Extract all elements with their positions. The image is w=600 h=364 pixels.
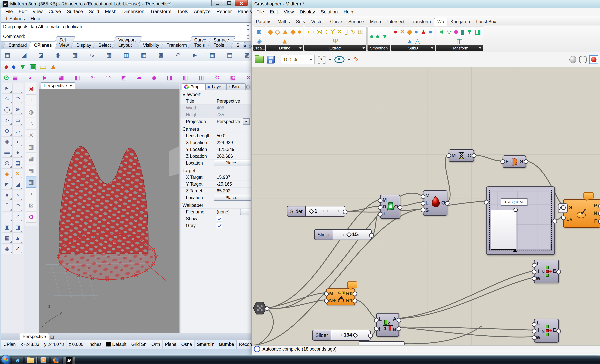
tab-viewport-layout[interactable]: Viewport Layout (112, 36, 142, 49)
maximize-button[interactable] (223, 0, 235, 6)
command-scrollbar[interactable] (245, 23, 251, 32)
tool-select[interactable]: ► (2, 83, 12, 93)
wire-cylinder-icon[interactable] (579, 56, 587, 63)
transform-icon-1[interactable]: ◄ (438, 28, 445, 36)
eval-in-s[interactable] (561, 205, 566, 210)
tool-detail[interactable]: ◨ (12, 222, 23, 233)
subd-icon-6[interactable]: ● (429, 28, 433, 36)
command-history[interactable]: Drag objects, tap Alt to make a duplicat… (1, 23, 251, 32)
menu-surface[interactable]: Surface (64, 9, 86, 14)
preview-dropdown[interactable] (348, 59, 350, 62)
render-red-icon[interactable]: ● (4, 62, 9, 71)
split-in-m[interactable] (324, 291, 329, 296)
define-icon-2[interactable]: ◇ (275, 28, 280, 36)
gear-icon[interactable]: ⚙ (26, 211, 37, 223)
open-file-icon[interactable] (255, 56, 264, 63)
node-split[interactable]: M N+ R0 R1 (326, 288, 355, 305)
node-list-item-2[interactable]: L i W E N (534, 319, 559, 343)
graph-mapper-grip[interactable] (514, 208, 518, 212)
box-solid-icon-selected[interactable]: ▦ (26, 176, 37, 188)
gh-tab-curve[interactable]: Curve (327, 18, 345, 26)
tool-trim[interactable]: ◤ (2, 179, 12, 190)
taskbar-firefox[interactable] (51, 357, 62, 364)
slider-15[interactable]: Slider 15 (314, 229, 372, 240)
node-dispatch[interactable]: L i A B 2 1 (376, 313, 399, 337)
tool-box[interactable]: ▬ (2, 147, 12, 158)
mapper-in-port[interactable] (484, 200, 488, 204)
tool-text[interactable]: T (2, 211, 12, 222)
tool-sphere[interactable]: ● (12, 147, 23, 158)
slider-134-label[interactable]: Slider (312, 330, 331, 341)
wb-create-icon2[interactable]: ◈ (257, 37, 262, 45)
gh-tab-params[interactable]: Params (253, 18, 274, 26)
slider-1-label[interactable]: Slider (287, 206, 305, 217)
hexagon-out-port[interactable] (265, 306, 269, 311)
group-smoothen-label[interactable]: Smoothen (367, 45, 390, 51)
li2-out-e[interactable] (556, 329, 561, 333)
extract-icon-2[interactable]: ⋈ (316, 28, 323, 36)
node-evaluate-surface[interactable]: S UV P N F (563, 199, 600, 228)
tool-blocks[interactable]: ▦ (2, 244, 12, 254)
tool-boolean[interactable]: ● (2, 190, 12, 200)
gh-menu-edit[interactable]: Edit (267, 9, 281, 15)
subd-icon-8[interactable]: △ (415, 37, 420, 45)
preview-eye-icon[interactable] (334, 56, 345, 63)
smoothen-icon-1[interactable]: ● (370, 32, 374, 40)
property-row-ylocation[interactable]: Y Location -175.349 (180, 146, 251, 153)
property-row-lens[interactable]: Lens Length 50.0 (180, 132, 251, 139)
node-mdt[interactable]: M D T O (380, 195, 400, 219)
globe-icon[interactable]: ◍ (26, 106, 37, 118)
zoom-level-dropdown[interactable]: 100 % (281, 55, 315, 64)
gh-menu-help[interactable]: Help (341, 9, 356, 15)
extract-icon-7[interactable]: ∿ (350, 28, 356, 36)
subd-icon-2[interactable]: ✕ (400, 28, 405, 36)
mxc-in-m[interactable] (446, 153, 451, 158)
eval-out-p[interactable] (598, 204, 600, 208)
slider-1[interactable]: Slider 1 (287, 206, 345, 217)
slider-15-rail[interactable]: 15 (333, 229, 372, 240)
slider-15-out-port[interactable] (369, 233, 374, 238)
tab-visibility[interactable]: Visibility (138, 42, 165, 49)
eval-out-n[interactable] (598, 211, 600, 216)
status-grid-snap[interactable]: Grid Sn (129, 340, 149, 349)
node-list-item-1[interactable]: L i W E N (534, 260, 559, 283)
taskbar-media-player[interactable] (38, 357, 49, 364)
tool-freeform[interactable]: ◡ (12, 126, 23, 136)
tool-points[interactable]: ∴ (12, 83, 23, 93)
mapper-out-port[interactable] (553, 219, 557, 223)
tsplines-box-icon[interactable]: ▣ (29, 62, 37, 71)
status-ortho[interactable]: Orth (149, 340, 163, 349)
flatten-icon[interactable]: ⊠ (26, 200, 37, 211)
mls-out-o[interactable] (445, 201, 450, 206)
gh-canvas[interactable]: Slider 1 Slider 15 M D T (252, 67, 600, 345)
property-row-ytarget[interactable]: Y Target -25.165 (180, 181, 251, 187)
dispatch-out-a[interactable] (397, 318, 401, 323)
tool-polyline[interactable]: ∿ (2, 93, 12, 104)
gh-tab-transform[interactable]: Transform (407, 18, 434, 26)
define-icon-4[interactable]: ◆ (291, 28, 296, 36)
mdt-in-m[interactable] (378, 198, 383, 203)
tool-rectangle[interactable]: ▭ (12, 115, 23, 125)
menu-solid[interactable]: Solid (86, 9, 102, 14)
extract-icon-4[interactable]: Y (330, 28, 335, 36)
extract-icon-3[interactable]: ◌ (325, 28, 328, 36)
slider-1-knob[interactable] (309, 209, 314, 214)
tool-ellipse[interactable]: ⊕ (12, 104, 23, 115)
dispatch-out-b[interactable] (397, 327, 401, 331)
tab-boxedit[interactable]: ▪ Box... (226, 83, 245, 90)
gh-tab-surface[interactable]: Surface (345, 18, 367, 26)
menu-view[interactable]: View (30, 9, 46, 14)
transform-icon-5[interactable]: ▼ (466, 28, 473, 36)
li1-in-i[interactable] (532, 270, 536, 274)
gh-tab-sets[interactable]: Sets (293, 18, 308, 26)
cplanes-toolbar-icons[interactable]: ▦ ◢ ◪ ◉ ▦ ∿ ▦ ◫ ▦ ▩ ↶ ► ▦ ▤ ▨ ◔ ◎ ▼ ▦ ◇ … (1, 52, 251, 58)
tool-joint[interactable]: ◆ (2, 168, 12, 179)
subd-icon-5[interactable]: ▲ (420, 28, 427, 36)
mls-in-m[interactable] (421, 194, 425, 199)
perspective-viewport[interactable]: z y x (39, 89, 179, 333)
rhino-titlebar[interactable]: Midterm.3dm (365 KB) - Rhinoceros (Educa… (0, 0, 252, 8)
group-transform-label[interactable]: Transform (436, 45, 483, 51)
property-row-xlocation[interactable]: X Location 224.939 (180, 139, 251, 146)
status-layer[interactable]: Default (104, 340, 129, 349)
tab-display[interactable]: Display (71, 42, 96, 49)
